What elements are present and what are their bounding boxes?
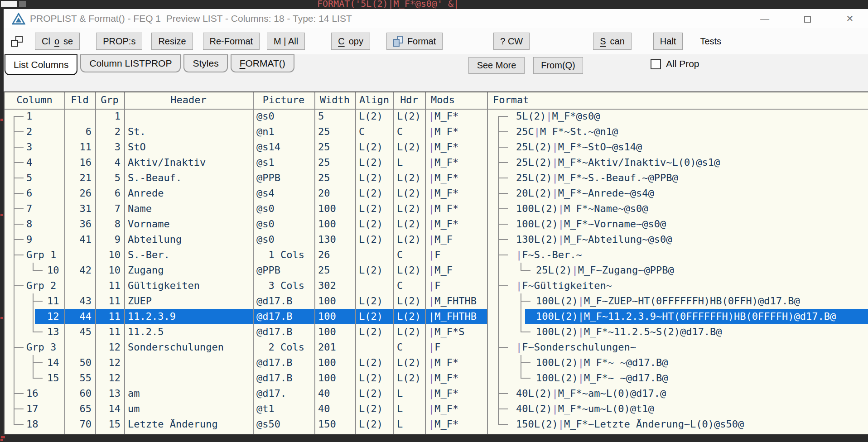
table-row-14[interactable]: 145012@d17.B100L(2)L(2)|M_F*100L(2)|M_F*… bbox=[5, 355, 868, 370]
fld-cell: 55 bbox=[64, 370, 95, 386]
width-cell: 40 bbox=[314, 401, 355, 417]
tree-branch bbox=[498, 408, 508, 409]
fld-cell: 43 bbox=[64, 293, 95, 309]
format-cell: 25L(2)|M_F*~Aktiv/Inaktiv~L(0)@s1@ bbox=[487, 155, 868, 170]
col-cell: 13 bbox=[5, 324, 64, 340]
close-window-button[interactable]: ✕ bbox=[836, 9, 863, 28]
align-cell: C bbox=[355, 124, 393, 139]
column-header-align: Align bbox=[355, 92, 393, 109]
tree-branch bbox=[521, 270, 530, 271]
gutter-mark bbox=[0, 317, 3, 319]
table-row-10[interactable]: 104210Zugang@PPB25L(2)L(2)|M_F25L(2)|M_F… bbox=[5, 263, 868, 278]
column-header-width: Width bbox=[314, 92, 355, 109]
table-row-12[interactable]: 12441111.2.3.9@d17.B100L(2)L(2)|M_FHTHB1… bbox=[5, 309, 868, 324]
from-q-button[interactable]: From(Q) bbox=[533, 57, 583, 74]
header-cell: Sonderschulungen bbox=[124, 340, 253, 355]
col-cell: 17 bbox=[5, 401, 64, 417]
toolbar-re-format-button[interactable]: Re-Format bbox=[203, 33, 260, 50]
header-cell: am bbox=[124, 386, 253, 401]
table-row-grp-2[interactable]: Grp 211Gültigkeiten 3 Cols302C|F|F~Gülti… bbox=[5, 278, 868, 293]
toolbar-resize-button[interactable]: Resize bbox=[151, 33, 193, 50]
picture-cell: @d17.B bbox=[253, 355, 314, 370]
table-row-5[interactable]: 5215S.-Beauf.@PPB25L(2)L(2)|M_F*25L(2)|M… bbox=[5, 170, 868, 186]
align-cell: L(2) bbox=[355, 324, 393, 340]
picture-cell: 1 Cols bbox=[253, 247, 314, 263]
fld-cell: 11 bbox=[64, 139, 95, 155]
header-cell: S.-Beauf. bbox=[124, 170, 253, 186]
toolbar-halt-button[interactable]: Halt bbox=[653, 33, 683, 50]
format-cell: 100L(2)|M_F~11.2.3.9~HT(0FFFFFFH)HB(0FFF… bbox=[487, 309, 868, 324]
align-cell: L(2) bbox=[355, 201, 393, 216]
grid-line bbox=[487, 92, 488, 434]
table-row-18[interactable]: 187015Letzte Änderung@s50150L(2)L|M_F*15… bbox=[5, 417, 868, 432]
format-cell: 25L(2)|M_F*~S.-Beauf.~@PPB@ bbox=[487, 170, 868, 186]
toolbar-copy-button[interactable]: Copy bbox=[331, 33, 370, 50]
table-row-13[interactable]: 13451111.2.5@d17.B100L(2)L(2)|M_F*S100L(… bbox=[5, 324, 868, 340]
width-cell: 100 bbox=[314, 216, 355, 232]
hdr-cell: L bbox=[393, 155, 425, 170]
table-row-16[interactable]: 166013am@d17.40L(2)L|M_F*40L(2)|M_F*~am~… bbox=[5, 386, 868, 401]
col-cell: 10 bbox=[5, 263, 64, 278]
picture-cell: @s14 bbox=[253, 139, 314, 155]
tab-styles[interactable]: Styles bbox=[183, 54, 227, 72]
see-more-button[interactable]: See More bbox=[468, 57, 525, 74]
format-cell: 40L(2)|M_F*~am~L(0)@d17.@ bbox=[487, 386, 868, 401]
tab-column-listprop[interactable]: Column LISTPROP bbox=[80, 54, 181, 72]
toolbar-format-button[interactable]: Format bbox=[386, 33, 443, 50]
column-header-mods: Mods bbox=[425, 92, 487, 109]
hdr-cell: L(2) bbox=[393, 201, 425, 216]
table-row-6[interactable]: 6266Anrede@s420L(2)L(2)|M_F*20L(2)|M_F*~… bbox=[5, 186, 868, 201]
width-cell: 302 bbox=[314, 278, 355, 293]
table-row-grp-3[interactable]: Grp 312Sonderschulungen 2 Cols201C|F|F~S… bbox=[5, 340, 868, 355]
width-cell: 130 bbox=[314, 232, 355, 247]
table-row-grp-1[interactable]: Grp 110S.-Ber. 1 Cols26C|F|F~S.-Ber.~ bbox=[5, 247, 868, 263]
tree-branch bbox=[498, 393, 508, 394]
width-cell: 150 bbox=[314, 417, 355, 432]
col-cell: Grp 1 bbox=[5, 247, 64, 263]
toolbar-close-button[interactable]: Close bbox=[35, 33, 80, 50]
table-row-4[interactable]: 4164Aktiv/Inaktiv@s125L(2)L|M_F*25L(2)|M… bbox=[5, 155, 868, 170]
cascade-windows-icon[interactable] bbox=[11, 36, 23, 47]
tree-line bbox=[498, 324, 499, 340]
tab-list-columns[interactable]: List Columns bbox=[5, 54, 77, 75]
tab-format[interactable]: FORMAT() bbox=[231, 54, 294, 72]
table-row-2[interactable]: 262St.@n125CC|M_F*25C|M_F*~St.~@n1@ bbox=[5, 124, 868, 139]
tree-line bbox=[498, 263, 499, 278]
picture-cell: @PPB bbox=[253, 170, 314, 186]
format-cell: 100L(2)|M_F*~Name~@s0@ bbox=[487, 201, 868, 216]
toolbar-m-all-button[interactable]: M | All bbox=[267, 33, 305, 50]
fld-cell: 42 bbox=[64, 263, 95, 278]
format-cell: 100L(2)|M_F~ZUEP~HT(0FFFFFFH)HB(0FFH)@d1… bbox=[487, 293, 868, 309]
hdr-cell: L(2) bbox=[393, 216, 425, 232]
tree-branch bbox=[14, 285, 24, 286]
table-row-3[interactable]: 3113StO@s1425L(2)L(2)|M_F*25L(2)|M_F*~St… bbox=[5, 139, 868, 155]
table-row-17[interactable]: 176514um@t140L(2)L|M_F*40L(2)|M_F*~um~L(… bbox=[5, 401, 868, 417]
all-prop-checkbox[interactable] bbox=[651, 59, 661, 69]
toolbar-cw-button[interactable]: ? CW bbox=[493, 33, 530, 50]
fld-cell bbox=[64, 278, 95, 293]
table-row-15[interactable]: 155512@d17.B100L(2)L(2)|M_F*100L(2)|M_F*… bbox=[5, 370, 868, 386]
col-cell: 4 bbox=[5, 155, 64, 170]
mods-cell: |M_FHTHB bbox=[425, 309, 487, 324]
grp-cell: 11 bbox=[95, 293, 124, 309]
maximize-button[interactable] bbox=[794, 9, 821, 28]
minimize-button[interactable]: — bbox=[751, 9, 778, 28]
col-cell: 1 bbox=[5, 109, 64, 124]
table-row-7[interactable]: 7317Name@s0100L(2)L(2)|M_F*100L(2)|M_F*~… bbox=[5, 201, 868, 216]
table-row-11[interactable]: 114311ZUEP@d17.B100L(2)L(2)|M_FHTHB100L(… bbox=[5, 293, 868, 309]
grp-cell: 14 bbox=[95, 401, 124, 417]
toolbar-tests-label[interactable]: Tests bbox=[700, 36, 721, 47]
tree-branch bbox=[14, 393, 24, 394]
table-row-1[interactable]: 11@s05L(2)L(2)|M_F*5L(2)|M_F*@s0@ bbox=[5, 109, 868, 124]
tree-branch bbox=[498, 162, 508, 163]
table-row-9[interactable]: 9419Abteilung@s0130L(2)L(2)|M_F130L(2)|M… bbox=[5, 232, 868, 247]
fld-cell: 41 bbox=[64, 232, 95, 247]
table-row-8[interactable]: 8368Vorname@s0100L(2)L(2)|M_F*100L(2)|M_… bbox=[5, 216, 868, 232]
tree-line bbox=[498, 116, 499, 124]
tree-branch bbox=[498, 116, 508, 117]
align-cell: L(2) bbox=[355, 355, 393, 370]
toolbar-scan-button[interactable]: Scan bbox=[593, 33, 632, 50]
mods-cell: |M_F*S bbox=[425, 324, 487, 340]
toolbar-prop-s-button[interactable]: PROP:s bbox=[96, 33, 142, 50]
header-cell: ZUEP bbox=[124, 293, 253, 309]
